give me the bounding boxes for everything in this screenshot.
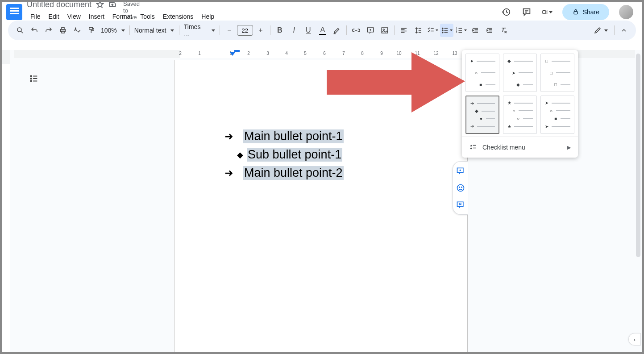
svg-point-11 xyxy=(383,29,384,30)
increase-indent-button[interactable] xyxy=(483,24,496,37)
align-button[interactable] xyxy=(397,24,411,37)
header: Untitled document Saved to Drive File Ed… xyxy=(2,2,642,20)
menu-edit[interactable]: Edit xyxy=(45,11,63,22)
font-size-input[interactable]: 22 xyxy=(237,25,253,36)
share-button[interactable]: Share xyxy=(562,4,609,20)
scrollbar-vertical[interactable] xyxy=(636,54,640,250)
side-tools xyxy=(453,161,468,215)
arrow-bullet-icon xyxy=(224,132,234,142)
svg-point-4 xyxy=(17,28,21,32)
insert-link-button[interactable] xyxy=(349,24,363,37)
svg-rect-10 xyxy=(382,28,388,33)
add-comment-side-icon[interactable] xyxy=(456,166,465,176)
cloud-status[interactable]: Saved to Drive xyxy=(121,0,129,8)
document-content[interactable]: Main bullet point-1◆Sub bullet point-1Ma… xyxy=(224,129,344,184)
menu-bar: File Edit View Insert Format Tools Exten… xyxy=(27,9,245,25)
undo-icon[interactable] xyxy=(28,24,41,37)
search-icon[interactable] xyxy=(13,24,27,37)
svg-rect-3 xyxy=(574,12,578,14)
menu-tools[interactable]: Tools xyxy=(137,11,158,22)
bullet-line[interactable]: Main bullet point-1 xyxy=(224,129,344,143)
highlight-color-button[interactable] xyxy=(330,24,344,37)
editing-mode-button[interactable] xyxy=(590,25,611,36)
underline-button[interactable]: U xyxy=(302,24,315,37)
svg-rect-8 xyxy=(89,27,93,29)
bullet-style-option[interactable]: ➤○■➤ xyxy=(540,96,574,134)
insert-image-button[interactable] xyxy=(378,24,391,37)
svg-point-19 xyxy=(30,78,32,79)
svg-point-24 xyxy=(461,187,462,188)
checklist-menu-item[interactable]: Checklist menu ▶ xyxy=(462,137,578,158)
move-icon[interactable] xyxy=(108,0,116,8)
header-right: Share xyxy=(501,4,638,20)
arrow-bullet-icon xyxy=(224,168,234,178)
svg-rect-6 xyxy=(62,27,64,29)
svg-point-22 xyxy=(457,185,464,192)
svg-text:3: 3 xyxy=(456,31,457,33)
increase-font-size-button[interactable]: + xyxy=(254,24,267,37)
doc-title[interactable]: Untitled document xyxy=(27,0,91,9)
bullet-list-menu: ●○■◆➤◆□□□➔◆●➔★○○★➤○■➤ Checklist menu ▶ xyxy=(462,50,578,158)
docs-logo-icon[interactable] xyxy=(6,4,22,20)
history-icon[interactable] xyxy=(501,7,511,17)
menu-help[interactable]: Help xyxy=(198,11,218,22)
bold-button[interactable]: B xyxy=(273,24,287,37)
spellcheck-icon[interactable] xyxy=(71,24,84,37)
svg-point-12 xyxy=(442,28,443,29)
paragraph-style-dropdown[interactable]: Normal text xyxy=(133,27,176,34)
chevron-right-icon: ▶ xyxy=(567,145,571,150)
star-icon[interactable] xyxy=(96,0,104,8)
bullet-text[interactable]: Main bullet point-2 xyxy=(243,166,344,180)
menu-extensions[interactable]: Extensions xyxy=(159,11,197,22)
outline-toggle-icon[interactable] xyxy=(28,72,40,85)
line-spacing-button[interactable] xyxy=(411,24,425,37)
menu-insert[interactable]: Insert xyxy=(85,11,108,22)
bullet-style-option[interactable]: □□□ xyxy=(540,54,574,92)
collapse-toolbar-button[interactable] xyxy=(617,24,631,37)
svg-point-23 xyxy=(459,187,460,188)
bullet-text[interactable]: Sub bullet point-1 xyxy=(247,148,342,162)
svg-marker-0 xyxy=(97,1,104,8)
comments-icon[interactable] xyxy=(521,7,532,17)
svg-point-20 xyxy=(30,80,32,82)
checklist-button[interactable] xyxy=(426,24,439,37)
show-side-panel-button[interactable]: ‹ xyxy=(628,333,641,346)
suggest-edits-icon[interactable] xyxy=(456,200,465,210)
bullet-style-option[interactable]: ★○○★ xyxy=(503,96,537,134)
emoji-reaction-icon[interactable] xyxy=(456,183,465,193)
menu-format[interactable]: Format xyxy=(109,11,136,22)
svg-point-18 xyxy=(30,75,32,77)
decrease-indent-button[interactable] xyxy=(469,24,482,37)
bullet-style-option[interactable]: ●○■ xyxy=(465,54,499,92)
bullet-line[interactable]: Main bullet point-2 xyxy=(224,166,344,180)
meet-icon[interactable] xyxy=(542,7,553,17)
print-icon[interactable] xyxy=(56,24,70,37)
diamond-bullet-icon: ◆ xyxy=(237,150,243,160)
account-avatar[interactable] xyxy=(619,5,633,19)
add-comment-button[interactable] xyxy=(364,24,377,37)
numbered-list-button[interactable]: 123 xyxy=(454,24,468,37)
page[interactable]: Main bullet point-1◆Sub bullet point-1Ma… xyxy=(174,60,468,352)
bullet-line[interactable]: ◆Sub bullet point-1 xyxy=(224,148,344,162)
bullet-style-option[interactable]: ◆➤◆ xyxy=(503,54,537,92)
bullet-text[interactable]: Main bullet point-1 xyxy=(243,129,344,143)
svg-point-13 xyxy=(442,30,443,31)
bullet-style-option[interactable]: ➔◆●➔ xyxy=(465,96,499,134)
clear-formatting-button[interactable] xyxy=(497,24,511,37)
svg-rect-2 xyxy=(542,11,545,14)
bulleted-list-button[interactable] xyxy=(440,24,453,37)
italic-button[interactable]: I xyxy=(287,24,301,37)
zoom-dropdown[interactable]: 100% xyxy=(99,27,127,34)
svg-point-14 xyxy=(442,32,443,33)
menu-view[interactable]: View xyxy=(64,11,84,22)
ruler-vertical[interactable] xyxy=(2,50,10,352)
paint-format-icon[interactable] xyxy=(85,24,98,37)
text-color-button[interactable]: A xyxy=(316,24,329,37)
decrease-font-size-button[interactable]: − xyxy=(223,24,236,37)
font-dropdown[interactable]: Times … xyxy=(182,23,217,37)
redo-icon[interactable] xyxy=(42,24,55,37)
menu-file[interactable]: File xyxy=(27,11,44,22)
